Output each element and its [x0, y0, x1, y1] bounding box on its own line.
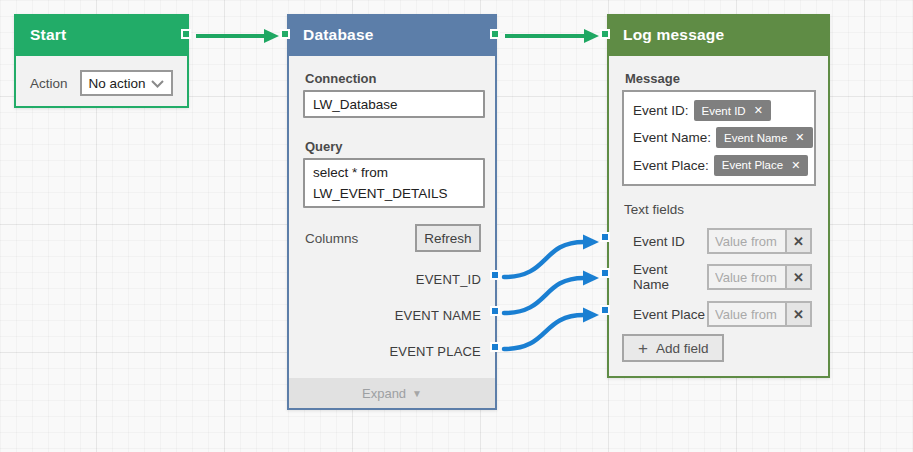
- chip-event-name[interactable]: Event Name ✕: [716, 127, 813, 148]
- column-label-event-id: EVENT_ID: [416, 272, 481, 287]
- field-input-event-name[interactable]: [707, 264, 787, 290]
- chip-event-id[interactable]: Event ID ✕: [694, 100, 771, 121]
- connection-database-to-log[interactable]: [505, 29, 599, 43]
- query-input[interactable]: select * from LW_EVENT_DETAILS: [303, 158, 485, 208]
- chip-label: Event Place: [722, 159, 783, 171]
- node-start[interactable]: Start Action No action: [14, 14, 189, 108]
- column-row-event-name: EVENT NAME: [395, 301, 481, 329]
- node-log-message[interactable]: Log message Message Event ID: Event ID ✕…: [607, 14, 830, 378]
- node-database[interactable]: Database Connection Query select * from …: [287, 14, 497, 410]
- start-node-header[interactable]: Start: [14, 14, 189, 56]
- add-field-button[interactable]: + Add field: [622, 334, 724, 362]
- chip-event-place[interactable]: Event Place ✕: [714, 155, 809, 176]
- plus-icon: +: [638, 340, 648, 357]
- remove-field-button[interactable]: ✕: [785, 228, 812, 254]
- close-icon: ✕: [793, 307, 804, 322]
- remove-field-button[interactable]: ✕: [785, 264, 812, 290]
- add-field-label: Add field: [656, 341, 709, 356]
- field-label: Event ID: [633, 234, 707, 249]
- flow-canvas[interactable]: Start Action No action Database Connecti…: [0, 0, 913, 452]
- log-node-header[interactable]: Log message: [607, 14, 830, 56]
- action-select[interactable]: No action: [80, 70, 173, 96]
- log-field-port-event-name[interactable]: [600, 268, 610, 278]
- connection-label: Connection: [305, 71, 377, 86]
- chevron-down-icon: [151, 74, 164, 92]
- remove-field-button[interactable]: ✕: [785, 301, 812, 327]
- close-icon[interactable]: ✕: [791, 159, 800, 172]
- expand-label: Expand: [362, 386, 406, 401]
- close-icon[interactable]: ✕: [795, 131, 804, 144]
- log-node-title: Log message: [623, 26, 724, 44]
- database-input-port[interactable]: [280, 29, 290, 39]
- message-editor[interactable]: Event ID: Event ID ✕ Event Name: Event N…: [622, 90, 816, 186]
- text-field-row-event-place: Event Place ✕: [633, 300, 812, 328]
- database-output-port[interactable]: [490, 29, 500, 39]
- start-node-title: Start: [30, 26, 66, 44]
- message-row-event-id: Event ID: Event ID ✕: [633, 100, 805, 121]
- caret-down-icon: ▼: [412, 388, 422, 399]
- start-output-port[interactable]: [181, 29, 191, 39]
- field-input-event-place[interactable]: [707, 301, 787, 327]
- column-row-event-id: EVENT_ID: [416, 265, 481, 293]
- field-label: Event Place: [633, 307, 707, 322]
- database-column-port-event-id[interactable]: [490, 270, 500, 280]
- message-row-event-name: Event Name: Event Name ✕: [633, 127, 805, 148]
- message-row-label: Event Name:: [633, 130, 711, 145]
- database-node-title: Database: [303, 26, 374, 44]
- database-column-port-event-place[interactable]: [490, 342, 500, 352]
- columns-label: Columns: [305, 231, 358, 246]
- column-row-event-place: EVENT PLACE: [389, 337, 481, 365]
- query-label: Query: [305, 139, 343, 154]
- database-column-port-event-name[interactable]: [490, 306, 500, 316]
- column-label-event-name: EVENT NAME: [395, 308, 481, 323]
- message-row-label: Event ID:: [633, 103, 689, 118]
- chip-label: Event Name: [724, 132, 787, 144]
- database-node-header[interactable]: Database: [287, 14, 497, 56]
- log-field-port-event-place[interactable]: [600, 305, 610, 315]
- close-icon: ✕: [793, 234, 804, 249]
- column-label-event-place: EVENT PLACE: [389, 344, 481, 359]
- text-fields-label: Text fields: [624, 202, 684, 217]
- message-row-label: Event Place:: [633, 158, 709, 173]
- connection-start-to-database[interactable]: [196, 29, 279, 43]
- text-field-row-event-name: Event Name ✕: [633, 263, 812, 291]
- message-label: Message: [625, 71, 680, 86]
- close-icon: ✕: [793, 270, 804, 285]
- field-label: Event Name: [633, 262, 707, 292]
- log-input-port[interactable]: [600, 29, 610, 39]
- field-input-event-id[interactable]: [707, 228, 787, 254]
- connection-input[interactable]: [303, 90, 485, 118]
- text-field-row-event-id: Event ID ✕: [633, 227, 812, 255]
- refresh-button[interactable]: Refresh: [415, 224, 481, 252]
- action-select-value: No action: [89, 76, 146, 91]
- close-icon[interactable]: ✕: [754, 104, 763, 117]
- chip-label: Event ID: [702, 105, 746, 117]
- message-row-event-place: Event Place: Event Place ✕: [633, 155, 805, 176]
- action-label: Action: [30, 76, 68, 91]
- expand-button[interactable]: Expand ▼: [289, 378, 495, 408]
- log-field-port-event-id[interactable]: [600, 232, 610, 242]
- connection-event-id[interactable]: [504, 235, 599, 278]
